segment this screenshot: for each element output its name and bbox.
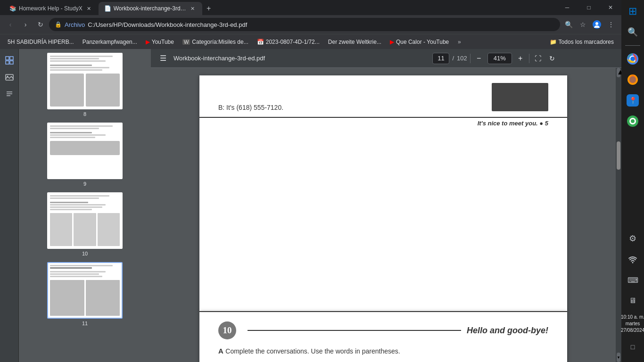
svg-rect-14 [6,57,9,60]
tab-workbook[interactable]: 📄 Workbook-interchange-3rd-ed ✕ [99,2,202,15]
svg-text:📍: 📍 [629,97,637,105]
zoom-value-display: 41% [487,53,512,64]
part-a-text: Complete the conversations. Use the word… [225,347,400,355]
svg-rect-16 [6,61,9,64]
todos-marcadores-button[interactable]: 📁 Todos los marcadores [546,36,618,48]
fullscreen-button[interactable]: ⛶ [532,53,544,64]
thumbnail-label-9: 9 [83,181,86,187]
bookmark-2023-label: 2023-0807-4D-1/72... [266,39,320,45]
pdf-viewer-toolbar: ☰ Workbook-interchange-3rd-ed.pdf / 102 … [151,49,621,68]
archivo-label: Archivo [65,21,85,28]
star-button[interactable]: ☆ [576,18,589,31]
minimize-button[interactable]: ─ [556,0,578,15]
url-bar[interactable]: 🔒 Archivo C:/Users/HP/Downloads/Workbook… [49,18,560,31]
page-top-image [492,83,548,111]
folder-icon: 📁 [550,39,557,45]
hamburger-button[interactable]: ☰ [157,52,170,65]
part-a-instruction: A Complete the conversations. Use the wo… [218,347,548,355]
part-a-bold: A [218,347,223,355]
firefox-taskbar-icon[interactable] [623,70,642,89]
pdf-page-top-section: B: It's (618) 555-7120. It's nice to mee… [199,75,567,311]
bookmark-2023[interactable]: 📅 2023-0807-4D-1/72... [253,36,323,48]
pdf-viewer-area: 8 9 [0,49,621,362]
clock-time: 10:10 a. m. [621,314,644,321]
section-number: 10 [218,321,236,339]
zoom-out-button[interactable]: − [473,53,485,64]
thumbnail-page-8[interactable]: 8 [23,53,147,117]
refresh-button[interactable]: ↻ [34,18,47,31]
page-separator: / [452,55,454,62]
start-button[interactable]: ⊞ [623,2,642,21]
chrome-sidebar-left [0,49,19,362]
thumbnail-page-11[interactable]: 11 [23,262,147,326]
thumbnail-img-11 [47,262,123,319]
tab-homework-favicon: 📚 [9,5,16,12]
thumbnail-label-11: 11 [82,321,88,326]
bookmark-der-zweite-label: Der zweite Weltkrie... [328,39,381,45]
bookmark-categoria[interactable]: W Categoría:Misiles de... [179,36,252,48]
pdf-file-title: Workbook-interchange-3rd-ed.pdf [173,55,265,62]
url-text: C:/Users/HP/Downloads/Workbook-interchan… [88,21,247,28]
clock-day: martes [626,321,640,327]
bookmark-panzer[interactable]: Panzerkampfwagen... [79,36,141,48]
section-10-header: 10 Hello and good-bye! [218,321,548,339]
rotate-button[interactable]: ↻ [546,53,558,64]
pdf-content-area: B: It's (618) 555-7120. It's nice to mee… [151,68,616,362]
search-icon-btn[interactable]: 🔍 [562,18,575,31]
new-tab-button[interactable]: + [202,2,215,15]
bookmark-der-zweite[interactable]: Der zweite Weltkrie... [324,36,385,48]
close-button[interactable]: ✕ [600,0,621,15]
address-actions: 🔍 ☆ ⋮ [562,18,618,31]
thumbnail-img-9 [47,123,123,179]
image-sidebar-button[interactable] [2,70,17,85]
more-button[interactable]: ⋮ [604,18,618,31]
todos-marcadores-label: Todos los marcadores [559,39,614,45]
scrollbar-thumb[interactable] [617,141,620,170]
gear-taskbar-icon[interactable]: ⚙ [623,229,642,248]
thumbnail-img-10 [47,192,123,249]
thumbnail-img-8 [47,53,123,109]
pdf-main-viewer: ☰ Workbook-interchange-3rd-ed.pdf / 102 … [151,49,621,362]
wifi-icon[interactable] [623,250,642,269]
maps-taskbar-icon[interactable]: 📍 [623,91,642,110]
show-desktop-button[interactable]: □ [623,337,642,356]
thumbnail-page-9[interactable]: 9 [23,123,147,187]
chrome2-taskbar-icon[interactable] [623,112,642,131]
windows-taskbar: ⊞ 🔍 📍 [621,0,644,362]
scrollbar-top-btn[interactable]: ▲ [617,68,620,77]
tab-homework[interactable]: 📚 Homework Help - StudyX ✕ [4,2,99,15]
search-taskbar-button[interactable]: 🔍 [623,23,642,41]
toc-sidebar-button[interactable] [2,87,17,102]
lock-icon: 🔒 [55,21,62,28]
zoom-in-button[interactable]: + [515,53,526,64]
svg-rect-15 [10,57,13,60]
keyboard-icon[interactable]: ⌨ [623,271,642,289]
svg-point-19 [7,76,8,77]
maximize-button[interactable]: □ [578,0,600,15]
pdf-section-10: 10 Hello and good-bye! A [199,312,567,362]
thumbnail-panel: 8 9 [19,49,151,362]
clock-display[interactable]: 10:10 a. m. martes 27/08/2024 [619,312,644,336]
toolbar-left: ☰ Workbook-interchange-3rd-ed.pdf [157,52,265,65]
bookmark-sabiduría[interactable]: 5H SABIDURÍA HIPERB... [4,36,78,48]
chrome-taskbar-icon[interactable] [623,49,642,68]
address-bar: ‹ › ↻ 🔒 Archivo C:/Users/HP/Downloads/Wo… [0,15,621,34]
tab-homework-close[interactable]: ✕ [85,5,93,12]
taskbar-separator [625,45,640,46]
bookmark-que-calor[interactable]: ▶ Que Calor - YouTube [386,36,453,48]
page-b-text: B: It's (618) 555-7120. [218,104,283,111]
notification-icon[interactable]: 🖥 [623,291,642,310]
thumbnail-page-10[interactable]: 10 [23,192,147,256]
thumbnail-sidebar-button[interactable] [2,53,17,68]
svg-point-11 [632,262,634,263]
tab-workbook-close[interactable]: ✕ [189,5,197,12]
bookmarks-more-button[interactable]: » [454,36,465,48]
forward-button[interactable]: › [19,18,32,31]
back-button[interactable]: ‹ [4,18,17,31]
page-number-input[interactable] [432,53,449,64]
section-title: Hello and good-bye! [467,326,548,336]
profile-button[interactable] [590,18,603,31]
wiki-icon: W [182,39,190,45]
bookmark-youtube[interactable]: ▶ YouTube [142,36,178,48]
browser-tabs: 📚 Homework Help - StudyX ✕ 📄 Workbook-in… [0,0,556,15]
